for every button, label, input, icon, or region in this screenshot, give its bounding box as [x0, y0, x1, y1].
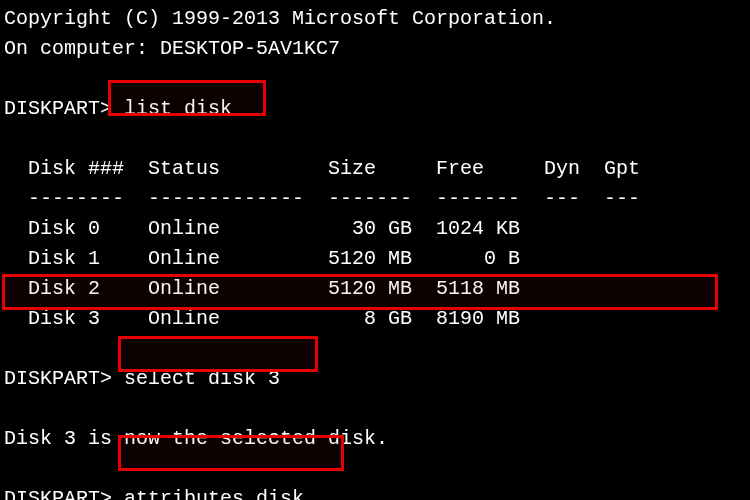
command-list-disk: list disk	[124, 97, 232, 120]
blank-line	[4, 124, 746, 154]
table-row: Disk 0 Online 30 GB 1024 KB	[4, 214, 746, 244]
table-header: Disk ### Status Size Free Dyn Gpt	[4, 154, 746, 184]
table-separator: -------- ------------- ------- ------- -…	[4, 184, 746, 214]
diskpart-prompt: DISKPART>	[4, 97, 112, 120]
computer-line: On computer: DESKTOP-5AV1KC7	[4, 34, 746, 64]
copyright-line: Copyright (C) 1999-2013 Microsoft Corpor…	[4, 4, 746, 34]
table-row: Disk 3 Online 8 GB 8190 MB	[4, 304, 746, 334]
table-row: Disk 1 Online 5120 MB 0 B	[4, 244, 746, 274]
prompt-line-2[interactable]: DISKPART> select disk 3	[4, 364, 746, 394]
command-attributes-disk: attributes disk	[124, 487, 304, 500]
diskpart-prompt: DISKPART>	[4, 487, 112, 500]
prompt-line-3[interactable]: DISKPART> attributes disk	[4, 484, 746, 500]
blank-line	[4, 334, 746, 364]
prompt-line-1[interactable]: DISKPART> list disk	[4, 94, 746, 124]
selected-message: Disk 3 is now the selected disk.	[4, 424, 746, 454]
blank-line	[4, 64, 746, 94]
blank-line	[4, 454, 746, 484]
command-select-disk: select disk 3	[124, 367, 280, 390]
diskpart-prompt: DISKPART>	[4, 367, 112, 390]
blank-line	[4, 394, 746, 424]
table-row: Disk 2 Online 5120 MB 5118 MB	[4, 274, 746, 304]
